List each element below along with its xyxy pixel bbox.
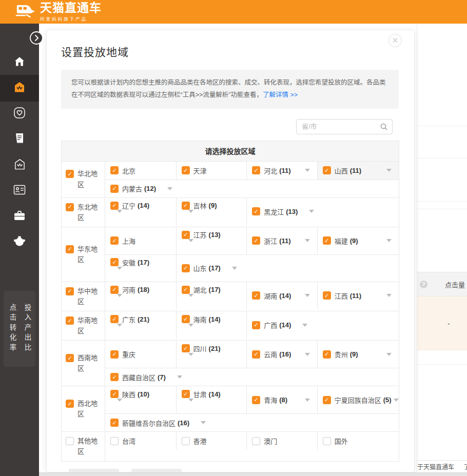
province-cell[interactable]: ✓河北(11) (246, 162, 317, 180)
province-checkbox[interactable]: ✓ (110, 419, 119, 427)
chevron-down-icon[interactable] (188, 324, 193, 335)
province-checkbox[interactable]: ✓ (110, 286, 119, 294)
province-cell[interactable]: ✓北京 (105, 162, 176, 180)
sidebar-item-campaign[interactable] (0, 75, 39, 102)
province-checkbox[interactable]: ✓ (252, 396, 260, 404)
province-cell[interactable]: ✓上海 (105, 227, 176, 254)
chevron-down-icon[interactable] (117, 210, 122, 222)
sidebar-item-report[interactable] (0, 127, 39, 152)
province-checkbox[interactable]: ✓ (182, 166, 190, 174)
chevron-down-icon[interactable] (188, 399, 193, 410)
province-cell[interactable]: 台湾 (105, 432, 176, 450)
province-checkbox[interactable]: ✓ (252, 236, 260, 245)
province-cell[interactable]: ✓重庆 (105, 341, 176, 368)
province-cell[interactable]: ✓宁夏回族自治区(5) (317, 386, 399, 413)
province-cell[interactable]: ✓吉林(9) (176, 198, 247, 225)
province-cell[interactable]: ✓海南(14) (176, 311, 247, 339)
region-checkbox[interactable]: ✓ (66, 316, 74, 325)
province-cell[interactable]: ✓天津 (176, 162, 247, 180)
chevron-down-icon[interactable] (305, 294, 310, 297)
region-checkbox[interactable]: ✓ (66, 287, 74, 295)
province-checkbox[interactable]: ✓ (110, 166, 119, 174)
province-cell[interactable]: ✓福建(9) (317, 227, 399, 254)
chevron-down-icon[interactable] (188, 239, 193, 251)
province-cell[interactable]: ✓西藏自治区(7) (105, 368, 399, 386)
province-checkbox[interactable]: ✓ (252, 291, 260, 300)
province-cell[interactable]: ✓广东(21) (105, 311, 176, 339)
chevron-down-icon[interactable] (188, 353, 193, 365)
province-cell[interactable]: ✓青海(8) (246, 386, 317, 413)
province-checkbox[interactable]: ✓ (252, 207, 260, 215)
chevron-down-icon[interactable] (386, 294, 392, 297)
select-all-button[interactable]: 全部选中 (69, 469, 119, 472)
chevron-down-icon[interactable] (167, 187, 172, 190)
sidebar-expand-button[interactable] (29, 31, 44, 45)
province-checkbox[interactable]: ✓ (182, 286, 190, 294)
province-cell[interactable]: ✓甘肃(14) (176, 386, 247, 413)
chevron-down-icon[interactable] (302, 324, 307, 327)
chevron-down-icon[interactable] (309, 210, 314, 213)
chevron-down-icon[interactable] (305, 169, 310, 172)
chevron-down-icon[interactable] (305, 239, 310, 242)
chevron-down-icon[interactable] (188, 210, 193, 222)
province-cell[interactable]: ✓广西(14) (246, 311, 399, 339)
province-cell[interactable]: ✓陕西(10) (105, 386, 176, 413)
province-checkbox[interactable] (323, 437, 331, 445)
province-checkbox[interactable]: ✓ (182, 315, 190, 323)
learn-more-link[interactable]: 了解详情 >> (263, 91, 298, 98)
search-icon[interactable] (380, 123, 388, 133)
sidebar-item-favorites[interactable] (0, 101, 39, 127)
province-cell[interactable]: ✓辽宁(14) (105, 198, 176, 225)
province-cell[interactable]: ✓湖北(17) (176, 282, 247, 309)
region-search-input[interactable] (296, 119, 393, 134)
province-checkbox[interactable]: ✓ (110, 236, 119, 245)
province-cell[interactable]: ✓内蒙古(12) (105, 180, 399, 197)
province-cell[interactable]: ✓云南(16) (246, 341, 317, 368)
chevron-down-icon[interactable] (232, 267, 237, 270)
province-cell[interactable]: ✓黑龙江(13) (246, 198, 399, 225)
sidebar-item-shop[interactable] (0, 152, 39, 178)
province-checkbox[interactable]: ✓ (182, 344, 190, 352)
region-checkbox[interactable]: ✓ (66, 203, 74, 211)
province-checkbox[interactable]: ✓ (182, 202, 190, 210)
region-checkbox[interactable]: ✓ (66, 354, 74, 362)
province-checkbox[interactable]: ✓ (252, 166, 260, 174)
chevron-down-icon[interactable] (117, 294, 122, 306)
province-checkbox[interactable]: ✓ (182, 264, 190, 272)
province-checkbox[interactable]: ✓ (182, 390, 190, 398)
province-checkbox[interactable]: ✓ (110, 315, 119, 323)
sidebar-item-tools[interactable] (0, 229, 39, 255)
province-checkbox[interactable]: ✓ (323, 166, 331, 174)
chevron-down-icon[interactable] (177, 375, 182, 379)
province-cell[interactable]: ✓江西(11) (317, 282, 399, 309)
province-checkbox[interactable]: ✓ (110, 202, 119, 210)
cancel-all-button[interactable]: 全部取消 (131, 469, 182, 472)
sidebar-item-home[interactable] (0, 50, 39, 75)
province-checkbox[interactable]: ✓ (323, 236, 331, 245)
province-checkbox[interactable]: ✓ (110, 390, 119, 398)
province-cell[interactable]: ✓新疆维吾尔自治区(16) (105, 414, 399, 431)
province-checkbox[interactable]: ✓ (323, 291, 331, 300)
province-cell[interactable]: ✓安徽(17) (105, 255, 176, 282)
province-checkbox[interactable]: ✓ (323, 350, 331, 359)
province-checkbox[interactable]: ✓ (110, 350, 119, 359)
province-checkbox[interactable]: ✓ (252, 350, 260, 359)
chevron-down-icon[interactable] (117, 267, 122, 279)
province-checkbox[interactable]: ✓ (182, 231, 190, 239)
chevron-down-icon[interactable] (201, 421, 206, 424)
region-checkbox[interactable]: ✓ (66, 400, 74, 408)
province-cell[interactable]: 香港 (176, 432, 247, 450)
province-checkbox[interactable]: ✓ (110, 185, 119, 193)
chevron-down-icon[interactable] (386, 169, 392, 172)
chevron-down-icon[interactable] (386, 353, 392, 356)
region-checkbox[interactable]: ✓ (66, 170, 74, 178)
province-checkbox[interactable]: ✓ (323, 396, 331, 404)
province-cell[interactable]: ✓贵州(9) (317, 341, 399, 368)
sidebar-item-business[interactable] (0, 204, 39, 229)
province-cell[interactable]: ✓湖南(14) (246, 282, 317, 309)
chevron-down-icon[interactable] (394, 399, 399, 402)
chevron-down-icon[interactable] (117, 324, 122, 335)
province-checkbox[interactable] (182, 437, 190, 445)
sidebar-item-contacts[interactable] (0, 178, 39, 204)
province-cell[interactable]: ✓河南(18) (105, 282, 176, 309)
